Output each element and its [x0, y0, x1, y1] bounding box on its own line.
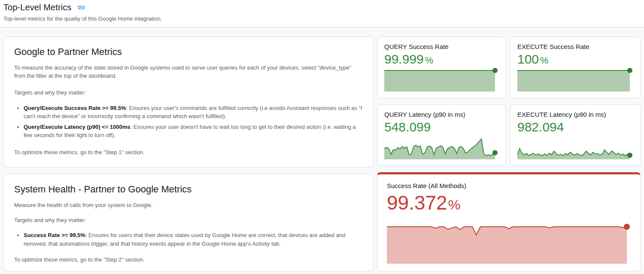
- metric-unit: %: [540, 55, 548, 66]
- card-title-system-health: System Health - Partner to Google Metric…: [14, 184, 363, 195]
- targets-label: Targets and why they matter:: [14, 216, 363, 224]
- metric-card-query-latency: QUERY Latency (p90 in ms) 548.099: [377, 104, 506, 166]
- metric-card-query-success-rate: QUERY Success Rate 99.999%: [377, 37, 506, 98]
- targets-list: Success Rate >= 99.5%: Ensures for users…: [14, 231, 363, 247]
- link-icon: [77, 3, 85, 12]
- metric-card-execute-latency: EXECUTE Latency (p90 in ms) 982.094: [510, 104, 641, 166]
- metric-card-success-rate-all-methods: Success Rate (All Methods) 99.372%: [377, 172, 641, 271]
- metric-label: EXECUTE Success Rate: [517, 43, 633, 50]
- anchor-link-icon[interactable]: [76, 3, 86, 12]
- metric-value: 548.099: [384, 120, 498, 135]
- description-column: Google to Partner Metrics To measure the…: [3, 37, 374, 271]
- google-to-partner-card: Google to Partner Metrics To measure the…: [3, 37, 374, 167]
- page-header: Top-Level Metrics Top-level metrics for …: [0, 0, 644, 27]
- metric-card-execute-success-rate: EXECUTE Success Rate 100%: [510, 37, 641, 98]
- card-footer: To optimize these metrics, go to the "St…: [14, 256, 363, 264]
- list-item: Query/Execute Latency (p90) <= 1000ms: E…: [24, 123, 363, 139]
- list-item: Query/Execute Success Rate >= 99.5%: Ens…: [24, 104, 363, 120]
- sparkline-chart: [517, 135, 633, 160]
- metric-unit: %: [448, 197, 461, 213]
- sparkline-chart: [384, 135, 498, 160]
- page-subtitle: Top-level metrics for the quality of thi…: [3, 15, 641, 22]
- metric-value: 99.372%: [387, 192, 631, 214]
- sparkline-chart: [387, 223, 631, 264]
- bullet-bold: Query/Execute Success Rate >= 99.5%: [24, 105, 126, 111]
- targets-label: Targets and why they matter:: [14, 88, 363, 97]
- system-health-card: System Health - Partner to Google Metric…: [3, 174, 374, 271]
- metric-value: 99.999%: [384, 52, 498, 67]
- metric-value: 100%: [517, 52, 633, 67]
- card-intro: To measure the accuracy of the state sto…: [14, 64, 363, 80]
- sparkline-chart: [517, 67, 633, 92]
- dashboard-body: Google to Partner Metrics To measure the…: [0, 27, 644, 271]
- metric-label: EXECUTE Latency (p90 in ms): [517, 111, 633, 118]
- card-title-google-to-partner: Google to Partner Metrics: [14, 46, 363, 58]
- card-intro: Measure the health of calls from your sy…: [14, 201, 363, 209]
- metric-unit: %: [425, 55, 433, 66]
- metrics-column: QUERY Success Rate 99.999% EXECUTE Succe…: [377, 37, 641, 271]
- metric-grid: QUERY Success Rate 99.999% EXECUTE Succe…: [377, 37, 641, 166]
- targets-list: Query/Execute Success Rate >= 99.5%: Ens…: [14, 104, 363, 140]
- metric-label: QUERY Latency (p90 in ms): [384, 111, 498, 118]
- metric-value: 982.094: [517, 120, 633, 135]
- list-item: Success Rate >= 99.5%: Ensures for users…: [24, 231, 363, 247]
- page-title: Top-Level Metrics: [3, 3, 71, 12]
- sparkline-chart: [384, 67, 498, 92]
- bullet-bold: Success Rate >= 99.5%: [24, 232, 85, 238]
- card-footer: To optimize these metrics, go to the "St…: [14, 148, 363, 156]
- metric-label: QUERY Success Rate: [384, 43, 498, 50]
- metric-label: Success Rate (All Methods): [387, 182, 631, 189]
- bullet-bold: Query/Execute Latency (p90) <= 1000ms: [24, 124, 131, 130]
